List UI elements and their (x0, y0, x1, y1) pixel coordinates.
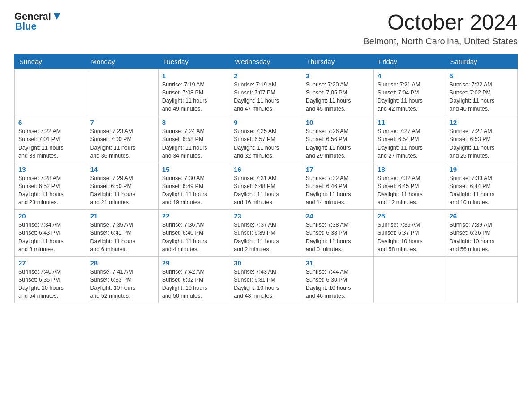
calendar-cell: 14Sunrise: 7:29 AM Sunset: 6:50 PM Dayli… (86, 163, 158, 210)
calendar-cell: 25Sunrise: 7:39 AM Sunset: 6:37 PM Dayli… (374, 210, 446, 257)
day-info: Sunrise: 7:43 AM Sunset: 6:31 PM Dayligh… (234, 268, 298, 300)
calendar-cell (374, 256, 446, 303)
day-info: Sunrise: 7:39 AM Sunset: 6:37 PM Dayligh… (378, 221, 442, 253)
calendar-week-row: 1Sunrise: 7:19 AM Sunset: 7:08 PM Daylig… (15, 69, 518, 116)
day-info: Sunrise: 7:41 AM Sunset: 6:33 PM Dayligh… (90, 268, 154, 300)
day-number: 25 (378, 212, 442, 220)
day-number: 5 (450, 72, 514, 80)
day-info: Sunrise: 7:25 AM Sunset: 6:57 PM Dayligh… (234, 127, 298, 160)
day-info: Sunrise: 7:22 AM Sunset: 7:02 PM Dayligh… (450, 81, 514, 113)
day-number: 9 (234, 119, 298, 126)
calendar-cell: 7Sunrise: 7:23 AM Sunset: 7:00 PM Daylig… (86, 116, 158, 163)
calendar-cell: 24Sunrise: 7:38 AM Sunset: 6:38 PM Dayli… (302, 210, 373, 257)
day-info: Sunrise: 7:24 AM Sunset: 6:58 PM Dayligh… (162, 127, 226, 160)
calendar-cell: 5Sunrise: 7:22 AM Sunset: 7:02 PM Daylig… (446, 69, 517, 116)
day-info: Sunrise: 7:32 AM Sunset: 6:45 PM Dayligh… (378, 174, 442, 207)
day-info: Sunrise: 7:19 AM Sunset: 7:08 PM Dayligh… (162, 81, 226, 113)
day-info: Sunrise: 7:21 AM Sunset: 7:04 PM Dayligh… (378, 81, 442, 113)
logo: General Blue (14, 11, 62, 32)
page-header: General Blue October 2024 Belmont, North… (14, 11, 518, 47)
day-number: 13 (18, 166, 82, 173)
day-number: 6 (18, 119, 82, 126)
calendar-cell: 4Sunrise: 7:21 AM Sunset: 7:04 PM Daylig… (374, 69, 446, 116)
day-number: 20 (18, 212, 82, 220)
day-number: 1 (162, 72, 226, 80)
day-info: Sunrise: 7:34 AM Sunset: 6:43 PM Dayligh… (18, 221, 82, 253)
calendar-cell (446, 256, 517, 303)
calendar-header-cell: Tuesday (158, 54, 230, 69)
calendar-header-cell: Wednesday (230, 54, 302, 69)
day-number: 8 (162, 119, 226, 126)
calendar-cell: 21Sunrise: 7:35 AM Sunset: 6:41 PM Dayli… (86, 210, 158, 257)
day-info: Sunrise: 7:40 AM Sunset: 6:35 PM Dayligh… (18, 268, 82, 300)
calendar-cell: 29Sunrise: 7:42 AM Sunset: 6:32 PM Dayli… (158, 256, 230, 303)
calendar-cell: 16Sunrise: 7:31 AM Sunset: 6:48 PM Dayli… (230, 163, 302, 210)
day-info: Sunrise: 7:39 AM Sunset: 6:36 PM Dayligh… (450, 221, 514, 253)
day-info: Sunrise: 7:44 AM Sunset: 6:30 PM Dayligh… (306, 268, 370, 300)
day-info: Sunrise: 7:19 AM Sunset: 7:07 PM Dayligh… (234, 81, 298, 113)
calendar-cell: 6Sunrise: 7:22 AM Sunset: 7:01 PM Daylig… (15, 116, 86, 163)
day-number: 26 (450, 212, 514, 220)
calendar-table: SundayMondayTuesdayWednesdayThursdayFrid… (14, 54, 518, 304)
calendar-cell: 17Sunrise: 7:32 AM Sunset: 6:46 PM Dayli… (302, 163, 373, 210)
logo-blue: Blue (15, 21, 37, 32)
calendar-header-cell: Monday (86, 54, 158, 69)
day-number: 23 (234, 212, 298, 220)
day-info: Sunrise: 7:37 AM Sunset: 6:39 PM Dayligh… (234, 221, 298, 253)
day-info: Sunrise: 7:23 AM Sunset: 7:00 PM Dayligh… (90, 127, 154, 160)
calendar-cell: 2Sunrise: 7:19 AM Sunset: 7:07 PM Daylig… (230, 69, 302, 116)
day-number: 15 (162, 166, 226, 173)
day-info: Sunrise: 7:20 AM Sunset: 7:05 PM Dayligh… (306, 81, 370, 113)
calendar-cell: 26Sunrise: 7:39 AM Sunset: 6:36 PM Dayli… (446, 210, 517, 257)
day-number: 18 (378, 166, 442, 173)
calendar-week-row: 20Sunrise: 7:34 AM Sunset: 6:43 PM Dayli… (15, 210, 518, 257)
calendar-cell: 12Sunrise: 7:27 AM Sunset: 6:53 PM Dayli… (446, 116, 517, 163)
day-info: Sunrise: 7:27 AM Sunset: 6:54 PM Dayligh… (378, 127, 442, 160)
day-number: 31 (306, 259, 370, 267)
day-number: 29 (162, 259, 226, 267)
calendar-cell: 20Sunrise: 7:34 AM Sunset: 6:43 PM Dayli… (15, 210, 86, 257)
calendar-cell: 23Sunrise: 7:37 AM Sunset: 6:39 PM Dayli… (230, 210, 302, 257)
day-number: 22 (162, 212, 226, 220)
calendar-header-cell: Saturday (446, 54, 517, 69)
calendar-header: SundayMondayTuesdayWednesdayThursdayFrid… (15, 54, 518, 69)
day-info: Sunrise: 7:42 AM Sunset: 6:32 PM Dayligh… (162, 268, 226, 300)
calendar-cell: 28Sunrise: 7:41 AM Sunset: 6:33 PM Dayli… (86, 256, 158, 303)
day-info: Sunrise: 7:35 AM Sunset: 6:41 PM Dayligh… (90, 221, 154, 253)
day-info: Sunrise: 7:28 AM Sunset: 6:52 PM Dayligh… (18, 174, 82, 207)
day-info: Sunrise: 7:27 AM Sunset: 6:53 PM Dayligh… (450, 127, 514, 160)
calendar-cell: 31Sunrise: 7:44 AM Sunset: 6:30 PM Dayli… (302, 256, 373, 303)
day-number: 11 (378, 119, 442, 126)
calendar-cell: 13Sunrise: 7:28 AM Sunset: 6:52 PM Dayli… (15, 163, 86, 210)
day-number: 19 (450, 166, 514, 173)
calendar-cell: 22Sunrise: 7:36 AM Sunset: 6:40 PM Dayli… (158, 210, 230, 257)
logo-triangle-icon (52, 12, 62, 21)
calendar-cell: 3Sunrise: 7:20 AM Sunset: 7:05 PM Daylig… (302, 69, 373, 116)
calendar-body: 1Sunrise: 7:19 AM Sunset: 7:08 PM Daylig… (15, 69, 518, 303)
day-number: 3 (306, 72, 370, 80)
day-number: 14 (90, 166, 154, 173)
svg-marker-0 (54, 13, 60, 20)
calendar-week-row: 13Sunrise: 7:28 AM Sunset: 6:52 PM Dayli… (15, 163, 518, 210)
day-number: 16 (234, 166, 298, 173)
calendar-week-row: 27Sunrise: 7:40 AM Sunset: 6:35 PM Dayli… (15, 256, 518, 303)
day-info: Sunrise: 7:29 AM Sunset: 6:50 PM Dayligh… (90, 174, 154, 207)
calendar-cell: 11Sunrise: 7:27 AM Sunset: 6:54 PM Dayli… (374, 116, 446, 163)
day-number: 21 (90, 212, 154, 220)
day-info: Sunrise: 7:33 AM Sunset: 6:44 PM Dayligh… (450, 174, 514, 207)
day-number: 7 (90, 119, 154, 126)
calendar-header-cell: Thursday (302, 54, 373, 69)
title-area: October 2024 Belmont, North Carolina, Un… (363, 11, 518, 47)
day-info: Sunrise: 7:36 AM Sunset: 6:40 PM Dayligh… (162, 221, 226, 253)
calendar-cell (86, 69, 158, 116)
calendar-cell (15, 69, 86, 116)
day-number: 12 (450, 119, 514, 126)
day-info: Sunrise: 7:30 AM Sunset: 6:49 PM Dayligh… (162, 174, 226, 207)
day-number: 30 (234, 259, 298, 267)
day-info: Sunrise: 7:38 AM Sunset: 6:38 PM Dayligh… (306, 221, 370, 253)
calendar-week-row: 6Sunrise: 7:22 AM Sunset: 7:01 PM Daylig… (15, 116, 518, 163)
calendar-header-cell: Sunday (15, 54, 86, 69)
day-number: 28 (90, 259, 154, 267)
calendar-cell: 9Sunrise: 7:25 AM Sunset: 6:57 PM Daylig… (230, 116, 302, 163)
day-info: Sunrise: 7:26 AM Sunset: 6:56 PM Dayligh… (306, 127, 370, 160)
